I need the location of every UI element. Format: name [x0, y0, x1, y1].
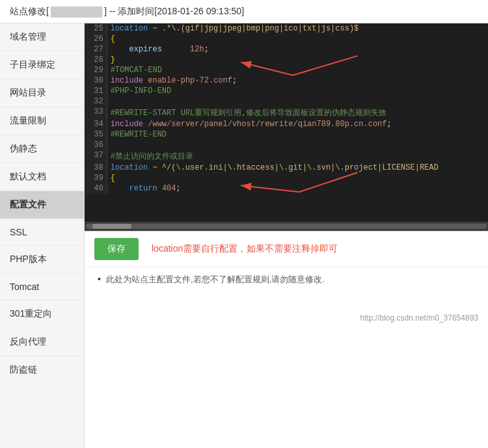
table-row: 39 { [85, 173, 488, 183]
info-description: 此处为站点主配置文件,若您不了解配置规则,请勿随意修改. [106, 274, 325, 285]
header-title: 站点修改[ [10, 6, 49, 18]
table-row: 38 location ~ ^/(\.user.ini|\.htaccess|\… [85, 163, 488, 173]
action-area: 保存 location需要自行配置，如果不需要注释掉即可 [85, 231, 488, 267]
sidebar-item-domain[interactable]: 域名管理 [0, 23, 84, 51]
footer-area: http://blog.csdn.net/m0_37654893 [85, 292, 488, 448]
table-row: 27 expires 12h; [85, 44, 488, 55]
sidebar-item-default-doc[interactable]: 默认文档 [0, 163, 84, 191]
scrollbar-thumb[interactable] [92, 224, 131, 229]
sidebar: 域名管理 子目录绑定 网站目录 流量限制 伪静态 默认文档 配置文件 SSL P… [0, 23, 85, 448]
sidebar-item-website-dir[interactable]: 网站目录 [0, 79, 84, 107]
table-row: 35 #REWRITE-END [85, 129, 488, 140]
code-table: 25 location ~ .*\.(gif|jpg|jpeg|bmp|png|… [85, 23, 488, 194]
sidebar-item-traffic[interactable]: 流量限制 [0, 107, 84, 135]
sidebar-item-pseudo-static[interactable]: 伪静态 [0, 135, 84, 163]
info-text: • 此处为站点主配置文件,若您不了解配置规则,请勿随意修改. [98, 274, 475, 285]
action-note: location需要自行配置，如果不需要注释掉即可 [152, 243, 338, 255]
sidebar-item-301-redirect[interactable]: 301重定向 [0, 300, 84, 328]
sidebar-item-config-file[interactable]: 配置文件 [0, 191, 84, 219]
header-masked: ████████ [51, 7, 102, 17]
sidebar-item-ssl[interactable]: SSL [0, 219, 84, 246]
header-suffix: ] -- 添加时间[2018-01-26 09:13:50] [104, 6, 244, 18]
table-row: 33 #REWRITE-START URL重写规则引用,修改后将导致面板设置的伪… [85, 107, 488, 119]
code-scroll[interactable]: 25 location ~ .*\.(gif|jpg|jpeg|bmp|png|… [85, 23, 488, 222]
sidebar-item-reverse-proxy[interactable]: 反向代理 [0, 328, 84, 356]
table-row: 40 return 404; [85, 183, 488, 194]
table-row: 34 include /www/server/panel/vhost/rewri… [85, 119, 488, 129]
bullet-point: • [98, 274, 101, 284]
sidebar-item-tomcat[interactable]: Tomcat [0, 274, 84, 300]
scrollbar-track[interactable] [86, 224, 487, 229]
sidebar-item-subdir[interactable]: 子目录绑定 [0, 51, 84, 79]
table-row: 28 } [85, 55, 488, 65]
table-row: 26 { [85, 34, 488, 44]
save-button[interactable]: 保存 [94, 238, 139, 260]
table-row: 25 location ~ .*\.(gif|jpg|jpeg|bmp|png|… [85, 23, 488, 34]
table-row: 31 #PHP-INFO-END [85, 86, 488, 96]
table-row: 36 [85, 140, 488, 150]
info-area: • 此处为站点主配置文件,若您不了解配置规则,请勿随意修改. [85, 267, 488, 292]
page-header: 站点修改[ ████████ ] -- 添加时间[2018-01-26 09:1… [0, 0, 488, 23]
content-area: 25 location ~ .*\.(gif|jpg|jpeg|bmp|png|… [85, 23, 488, 448]
code-editor[interactable]: 25 location ~ .*\.(gif|jpg|jpeg|bmp|png|… [85, 23, 488, 231]
table-row: 30 include enable-php-72.conf; [85, 75, 488, 86]
table-row: 29 #TOMCAT-END [85, 65, 488, 75]
footer-link: http://blog.csdn.net/m0_37654893 [360, 313, 478, 323]
sidebar-item-php-version[interactable]: PHP版本 [0, 246, 84, 274]
sidebar-item-hotlink[interactable]: 防盗链 [0, 356, 84, 384]
code-horizontal-scrollbar[interactable] [85, 222, 488, 231]
table-row: 37 #禁止访问的文件或目录 [85, 150, 488, 163]
table-row: 32 [85, 96, 488, 107]
